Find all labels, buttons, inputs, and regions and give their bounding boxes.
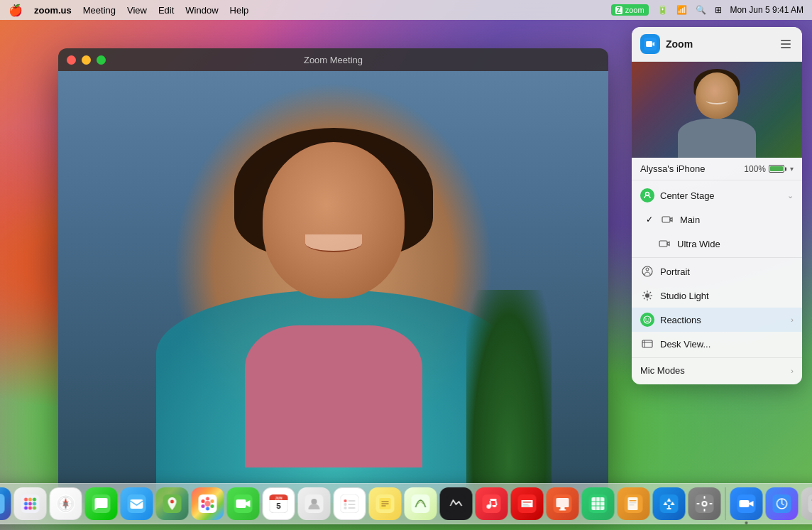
svg-point-20 xyxy=(648,318,649,320)
main-camera-item[interactable]: ✓ Main xyxy=(632,207,802,232)
center-stage-label: Center Stage xyxy=(660,190,787,201)
svg-rect-24 xyxy=(0,494,5,514)
zoom-meeting-window: Zoom Meeting xyxy=(58,48,608,503)
svg-rect-106 xyxy=(630,504,635,506)
svg-rect-2 xyxy=(781,43,791,45)
dock-freeform[interactable] xyxy=(405,487,437,520)
ultra-wide-label: Ultra Wide xyxy=(677,239,794,249)
dock-screentime[interactable] xyxy=(766,487,799,520)
svg-rect-69 xyxy=(349,500,356,502)
svg-point-29 xyxy=(24,498,28,502)
menubar-control-center[interactable]: ⊞ xyxy=(715,5,722,15)
center-stage-item[interactable]: Center Stage ⌄ xyxy=(632,183,802,207)
dock-photos[interactable] xyxy=(192,487,224,520)
reactions-label: Reactions xyxy=(660,315,791,325)
zoom-content xyxy=(58,71,608,503)
dock-trash[interactable] xyxy=(801,487,813,520)
dock-appstore[interactable] xyxy=(653,487,686,520)
battery-icon xyxy=(769,165,784,173)
fullscreen-button[interactable] xyxy=(97,55,106,65)
svg-point-112 xyxy=(703,502,706,505)
panel-app-name: Zoom xyxy=(666,38,778,50)
camera-preview xyxy=(632,62,802,158)
dock-messages[interactable] xyxy=(85,487,118,520)
dock-reminders[interactable] xyxy=(334,487,366,520)
menubar-window-menu[interactable]: Window xyxy=(185,5,218,16)
reactions-item[interactable]: Reactions › xyxy=(632,308,802,332)
menubar-wifi-icon: 📶 xyxy=(676,5,687,15)
dock-news[interactable] xyxy=(511,487,544,520)
dock-music[interactable] xyxy=(476,487,508,520)
dock-numbers[interactable] xyxy=(582,487,615,520)
svg-point-37 xyxy=(33,507,36,510)
menu-divider-1 xyxy=(632,257,802,258)
menubar-meeting-menu[interactable]: Meeting xyxy=(83,5,116,16)
dock-launchpad[interactable] xyxy=(14,487,47,520)
desk-view-icon xyxy=(640,337,654,351)
dock-zoom[interactable] xyxy=(730,487,763,520)
mic-modes-item[interactable]: Mic Modes › xyxy=(632,359,802,382)
dock-appletv[interactable] xyxy=(440,487,473,520)
svg-point-18 xyxy=(644,316,651,323)
dock-finder[interactable] xyxy=(0,487,11,520)
device-chevron[interactable]: ▾ xyxy=(790,165,794,173)
desk-view-item[interactable]: Desk View... xyxy=(632,332,802,356)
preview-smile xyxy=(706,97,728,104)
menubar: 🍎 zoom.us Center Stage Meeting View Edit… xyxy=(0,0,812,20)
background-plant xyxy=(466,290,552,503)
menubar-app-name[interactable]: zoom.us xyxy=(34,5,72,16)
svg-line-87 xyxy=(496,501,497,505)
svg-point-33 xyxy=(28,502,32,506)
apple-menu[interactable]: 🍎 xyxy=(9,4,23,17)
svg-point-8 xyxy=(646,268,649,271)
svg-point-49 xyxy=(170,500,174,504)
menubar-view-menu[interactable]: View xyxy=(127,5,147,16)
dock-calendar[interactable]: 5 JUN xyxy=(263,487,295,520)
dock-divider xyxy=(725,487,726,520)
dock-system-settings[interactable] xyxy=(688,487,721,520)
minimize-button[interactable] xyxy=(82,55,91,65)
svg-rect-89 xyxy=(523,502,532,503)
reactions-submenu-chevron: › xyxy=(791,315,794,324)
studio-light-item[interactable]: Studio Light xyxy=(632,283,802,308)
dock-facetime[interactable] xyxy=(227,487,260,520)
main-camera-icon xyxy=(660,212,674,227)
svg-text:5: 5 xyxy=(276,502,280,510)
svg-point-19 xyxy=(645,318,647,320)
dock: 5 JUN xyxy=(0,483,812,524)
main-checkmark: ✓ xyxy=(646,215,657,225)
dock-keynote[interactable] xyxy=(547,487,579,520)
dock-contacts[interactable] xyxy=(298,487,331,520)
menubar-edit-menu[interactable]: Edit xyxy=(158,5,174,16)
ultra-wide-item[interactable]: Ultra Wide xyxy=(632,232,802,256)
svg-rect-97 xyxy=(592,497,605,510)
zoom-notification-panel: Zoom Alyssa's iPhone 100% ▾ xyxy=(632,27,802,384)
svg-point-66 xyxy=(312,499,317,504)
menubar-battery-icon: 🔋 xyxy=(657,5,668,15)
svg-line-15 xyxy=(649,298,651,299)
svg-point-36 xyxy=(28,507,32,510)
dock-notes[interactable] xyxy=(369,487,402,520)
svg-rect-73 xyxy=(349,507,356,509)
svg-point-52 xyxy=(206,497,209,501)
center-stage-chevron: ⌄ xyxy=(787,191,794,200)
close-button[interactable] xyxy=(67,55,76,65)
svg-rect-94 xyxy=(561,507,565,509)
svg-line-86 xyxy=(490,501,491,507)
device-name: Alyssa's iPhone xyxy=(640,163,744,174)
traffic-lights xyxy=(67,55,106,65)
person-shirt xyxy=(245,325,422,467)
dock-mail[interactable] xyxy=(121,487,153,520)
menubar-help-menu[interactable]: Help xyxy=(230,5,249,16)
svg-point-56 xyxy=(202,504,205,508)
dock-safari[interactable] xyxy=(50,487,82,520)
battery-info: 100% ▾ xyxy=(744,164,794,174)
svg-rect-21 xyxy=(642,340,652,347)
svg-rect-123 xyxy=(808,494,813,513)
portrait-item[interactable]: Portrait xyxy=(632,259,802,283)
panel-settings-button[interactable] xyxy=(778,36,794,52)
menubar-search-icon[interactable]: 🔍 xyxy=(696,5,706,15)
dock-pages[interactable] xyxy=(618,487,650,520)
svg-point-68 xyxy=(344,499,347,502)
dock-maps[interactable] xyxy=(156,487,189,520)
